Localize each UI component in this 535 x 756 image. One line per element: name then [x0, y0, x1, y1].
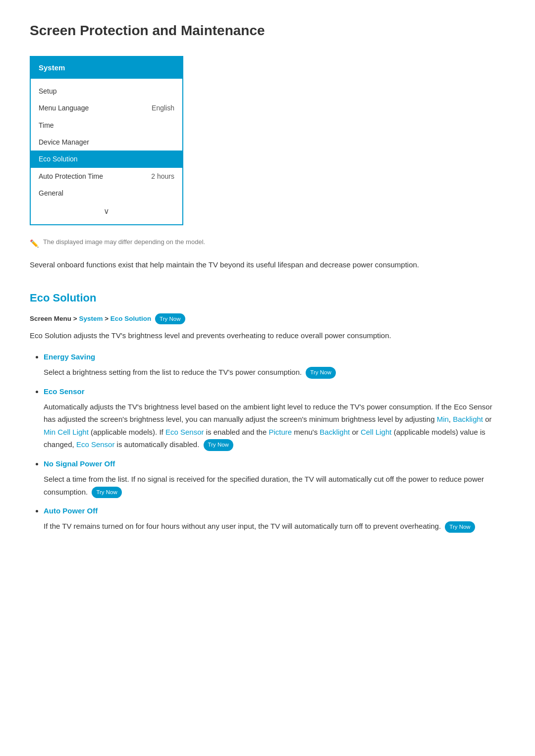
menu-item-auto-protection-time-value: 2 hours: [151, 171, 174, 182]
breadcrumb-current-link[interactable]: Eco Solution: [110, 315, 152, 322]
breadcrumb-prefix: Screen Menu >: [30, 315, 79, 322]
eco-sensor-link[interactable]: Eco Sensor: [165, 428, 204, 436]
eco-sensor-try-now-button[interactable]: Try Now: [204, 439, 233, 451]
list-item-eco-sensor: Eco Sensor Automatically adjusts the TV'…: [44, 386, 505, 451]
eco-section-description: Eco Solution adjusts the TV's brightness…: [30, 329, 505, 342]
eco-sensor-cell-light-link[interactable]: Cell Light: [361, 428, 392, 436]
eco-sensor-link-2[interactable]: Eco Sensor: [76, 440, 115, 449]
eco-sensor-title[interactable]: Eco Sensor: [44, 386, 505, 398]
breadcrumb-separator: >: [103, 315, 110, 322]
eco-sensor-min-link[interactable]: Min: [437, 415, 449, 423]
breadcrumb: Screen Menu > System > Eco Solution Try …: [30, 313, 505, 325]
eco-sensor-backlight-link-1[interactable]: Backlight: [453, 415, 483, 423]
menu-item-menu-language[interactable]: Menu Language English: [31, 100, 182, 116]
auto-power-off-body: If the TV remains turned on for four hou…: [44, 520, 505, 533]
intro-text: Several onboard functions exist that hel…: [30, 258, 505, 271]
no-signal-power-off-try-now-button[interactable]: Try Now: [92, 487, 121, 499]
menu-item-general[interactable]: General: [31, 185, 182, 202]
system-menu: System Setup Menu Language English Time …: [30, 56, 183, 225]
eco-sensor-picture-link[interactable]: Picture: [268, 428, 292, 436]
menu-item-eco-solution-label: Eco Solution: [39, 153, 78, 164]
eco-bullet-list: Energy Saving Select a brightness settin…: [30, 351, 505, 533]
breadcrumb-system-link[interactable]: System: [79, 315, 103, 322]
energy-saving-text: Select a brightness setting from the lis…: [44, 368, 302, 376]
eco-sensor-text-2: (applicable models). If: [89, 428, 165, 436]
eco-sensor-comma-1: ,: [449, 415, 453, 423]
menu-item-eco-solution[interactable]: Eco Solution: [31, 151, 182, 167]
menu-item-device-manager-label: Device Manager: [39, 137, 89, 148]
breadcrumb-try-now-button[interactable]: Try Now: [155, 313, 185, 324]
eco-sensor-min-cell-light-link[interactable]: Min Cell Light: [44, 428, 89, 436]
menu-items-container: Setup Menu Language English Time Device …: [31, 79, 182, 224]
eco-sensor-body: Automatically adjusts the TV's brightnes…: [44, 401, 505, 451]
list-item-energy-saving: Energy Saving Select a brightness settin…: [44, 351, 505, 379]
no-signal-power-off-body: Select a time from the list. If no signa…: [44, 473, 505, 498]
page-title: Screen Protection and Maintenance: [30, 20, 505, 42]
auto-power-off-title[interactable]: Auto Power Off: [44, 505, 505, 517]
energy-saving-try-now-button[interactable]: Try Now: [306, 367, 335, 379]
menu-item-general-label: General: [39, 188, 63, 199]
menu-item-menu-language-value: English: [152, 102, 174, 113]
menu-item-auto-protection-time-label: Auto Protection Time: [39, 171, 103, 182]
no-signal-power-off-title[interactable]: No Signal Power Off: [44, 458, 505, 470]
auto-power-off-try-now-button[interactable]: Try Now: [445, 521, 475, 533]
eco-sensor-text-6: is automatically disabled.: [114, 440, 199, 449]
menu-item-time-label: Time: [39, 120, 54, 131]
menu-item-setup-label: Setup: [39, 86, 57, 97]
eco-sensor-text-4: menu's: [292, 428, 320, 436]
list-item-no-signal-power-off: No Signal Power Off Select a time from t…: [44, 458, 505, 498]
note-text: The displayed image may differ depending…: [43, 237, 205, 248]
eco-sensor-text-1: Automatically adjusts the TV's brightnes…: [44, 403, 492, 424]
menu-scroll-down-icon[interactable]: ∨: [31, 202, 182, 221]
note-box: ✏️ The displayed image may differ depend…: [30, 237, 505, 250]
auto-power-off-text: If the TV remains turned on for four hou…: [44, 522, 441, 530]
energy-saving-body: Select a brightness setting from the lis…: [44, 366, 505, 379]
pencil-icon: ✏️: [30, 238, 39, 250]
menu-item-menu-language-label: Menu Language: [39, 102, 89, 113]
menu-header: System: [31, 57, 182, 79]
menu-item-auto-protection-time[interactable]: Auto Protection Time 2 hours: [31, 168, 182, 185]
eco-sensor-or-1: or: [483, 415, 492, 423]
menu-item-setup[interactable]: Setup: [31, 83, 182, 100]
menu-item-device-manager[interactable]: Device Manager: [31, 134, 182, 151]
energy-saving-title[interactable]: Energy Saving: [44, 351, 505, 363]
eco-sensor-or-2: or: [350, 428, 361, 436]
eco-solution-heading: Eco Solution: [30, 289, 505, 306]
eco-sensor-backlight-link-2[interactable]: Backlight: [320, 428, 350, 436]
menu-item-time[interactable]: Time: [31, 117, 182, 134]
eco-sensor-text-3: is enabled and the: [204, 428, 269, 436]
list-item-auto-power-off: Auto Power Off If the TV remains turned …: [44, 505, 505, 533]
